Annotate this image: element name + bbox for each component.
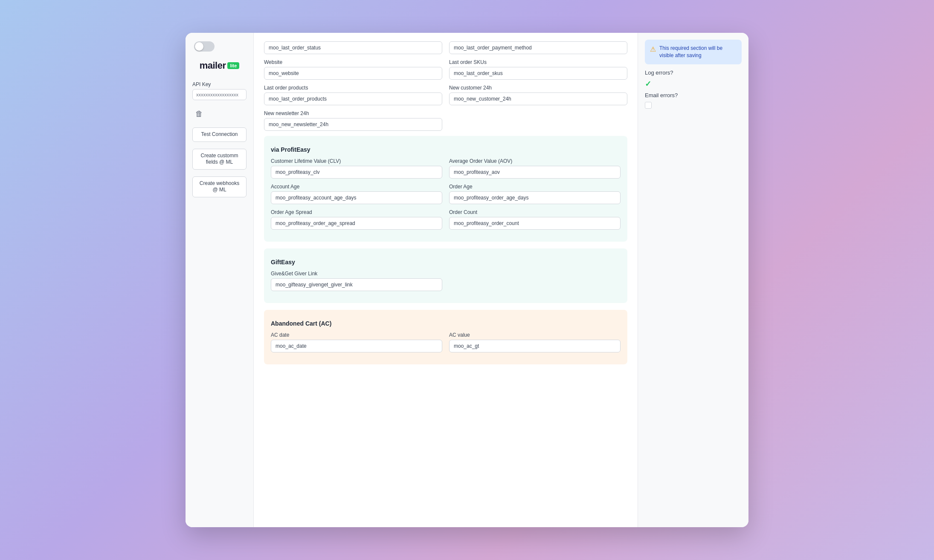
ac-row: AC date AC value [271,332,621,352]
order-age-spread-label: Order Age Spread [271,209,442,215]
logo-area: mailer lite [200,60,240,71]
give-get-label: Give&Get Giver Link [271,271,442,277]
order-count-input[interactable] [449,217,621,230]
abandoned-cart-header: Abandoned Cart (AC) [271,320,621,327]
email-errors-checkbox-row [645,102,742,109]
aov-label: Average Order Value (AOV) [449,158,621,164]
logo-badge: lite [227,62,239,69]
clv-group: Customer Lifetime Value (CLV) [271,158,442,179]
newsletter-input[interactable] [264,118,442,131]
last-order-products-group: Last order products [264,85,442,105]
email-errors-checkbox[interactable] [645,102,652,109]
account-age-label: Account Age [271,184,442,190]
last-order-skus-input[interactable] [449,67,627,80]
last-order-products-label: Last order products [264,85,442,91]
clv-label: Customer Lifetime Value (CLV) [271,158,442,164]
last-order-status-input[interactable] [264,41,442,54]
clv-aov-row: Customer Lifetime Value (CLV) Average Or… [271,158,621,179]
log-errors-label: Log errors? [645,69,742,76]
give-get-input[interactable] [271,278,442,291]
order-age-spread-group: Order Age Spread [271,209,442,230]
clv-input[interactable] [271,166,442,179]
newsletter-label: New newsletter 24h [264,110,442,116]
last-order-skus-group: Last order SKUs [449,59,627,80]
last-order-products-input[interactable] [264,92,442,105]
order-age-input[interactable] [449,191,621,204]
test-connection-button[interactable]: Test Connection [192,127,247,142]
email-errors-label: Email errors? [645,92,742,98]
profiteasy-section: via ProfitEasy Customer Lifetime Value (… [264,136,627,242]
log-errors-section: Log errors? ✓ Email errors? [645,69,742,109]
order-age-group: Order Age [449,184,621,204]
order-count-label: Order Count [449,209,621,215]
order-count-group: Order Count [449,209,621,230]
warning-icon: ⚠ [650,45,656,53]
api-key-input[interactable] [192,89,247,100]
new-customer-24h-input[interactable] [449,92,627,105]
give-get-row: Give&Get Giver Link [271,271,621,291]
sidebar: mailer lite API Key 🗑 Test Connection Cr… [186,33,254,527]
last-order-payment-input[interactable] [449,41,627,54]
profiteasy-header: via ProfitEasy [271,146,621,153]
log-errors-checkmark[interactable]: ✓ [645,79,651,89]
gifteasy-header: GiftEasy [271,259,621,266]
ac-value-label: AC value [449,332,621,338]
main-content: Website Last order SKUs Last order produ… [254,33,638,527]
delete-icon[interactable]: 🗑 [192,107,206,121]
website-label: Website [264,59,442,65]
api-key-section: API Key [192,81,247,100]
create-webhooks-button[interactable]: Create webhooks @ ML [192,176,247,197]
warning-text: This required section will be visible af… [659,45,737,59]
right-panel: ⚠ This required section will be visible … [638,33,748,527]
abandoned-cart-section: Abandoned Cart (AC) AC date AC value [264,310,627,364]
order-age-spread-input[interactable] [271,217,442,230]
new-customer-24h-group: New customer 24h [449,85,627,105]
website-group: Website [264,59,442,80]
logo-text: mailer [200,60,226,71]
api-key-label: API Key [192,81,247,87]
new-customer-24h-label: New customer 24h [449,85,627,91]
give-get-group: Give&Get Giver Link [271,271,442,291]
gifteasy-section: GiftEasy Give&Get Giver Link [264,248,627,303]
ac-value-group: AC value [449,332,621,352]
order-age-label: Order Age [449,184,621,190]
account-age-group: Account Age [271,184,442,204]
website-input[interactable] [264,67,442,80]
account-age-input[interactable] [271,191,442,204]
last-order-skus-label: Last order SKUs [449,59,627,65]
newsletter-group: New newsletter 24h [264,110,442,131]
create-custom-fields-button[interactable]: Create customm fields @ ML [192,149,247,170]
ac-date-label: AC date [271,332,442,338]
spread-count-row: Order Age Spread Order Count [271,209,621,230]
toggle-switch[interactable] [194,41,215,52]
ac-value-input[interactable] [449,340,621,352]
order-products-row: Last order products New customer 24h [264,85,627,105]
aov-group: Average Order Value (AOV) [449,158,621,179]
warning-box: ⚠ This required section will be visible … [645,40,742,64]
aov-input[interactable] [449,166,621,179]
newsletter-row: New newsletter 24h [264,110,627,131]
top-field-row [264,41,627,54]
main-window: mailer lite API Key 🗑 Test Connection Cr… [186,33,748,527]
ac-date-input[interactable] [271,340,442,352]
last-order-status-group [264,41,442,54]
website-row: Website Last order SKUs [264,59,627,80]
last-order-payment-group [449,41,627,54]
log-errors-checkbox-row: ✓ [645,79,742,89]
account-order-age-row: Account Age Order Age [271,184,621,204]
ac-date-group: AC date [271,332,442,352]
